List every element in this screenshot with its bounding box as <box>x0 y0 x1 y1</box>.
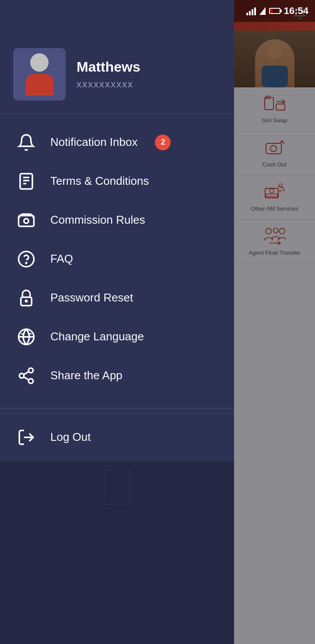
svg-point-27 <box>28 379 33 384</box>
time-display: 16:54 <box>284 5 308 17</box>
profile-section: Matthews xxxxxxxxxx <box>0 22 234 114</box>
menu-item-password-reset[interactable]: Password Reset <box>0 278 234 317</box>
battery-icon <box>269 8 280 14</box>
menu-item-change-language[interactable]: Change Language <box>0 317 234 356</box>
faq-label: FAQ <box>50 252 73 266</box>
logout-section: Log Out <box>0 413 234 461</box>
profile-name: Matthews <box>77 59 221 75</box>
lock-icon <box>15 288 37 308</box>
profile-info: Matthews xxxxxxxxxx <box>77 59 221 90</box>
language-icon <box>15 327 37 346</box>
svg-point-26 <box>19 373 24 378</box>
question-icon <box>15 249 37 269</box>
side-drawer: Matthews xxxxxxxxxx Notification Inbox 2 <box>0 0 234 644</box>
share-icon <box>15 366 37 385</box>
logout-icon <box>15 427 37 447</box>
profile-number: xxxxxxxxxx <box>77 79 221 90</box>
svg-point-18 <box>24 218 29 223</box>
change-language-label: Change Language <box>50 330 144 343</box>
menu-item-notification-inbox[interactable]: Notification Inbox 2 <box>0 123 234 162</box>
avatar <box>13 48 66 100</box>
menu-list: Notification Inbox 2 Terms & Conditions <box>0 114 234 404</box>
notification-badge: 2 <box>155 135 171 150</box>
signal-triangle-icon <box>259 7 266 15</box>
menu-item-logout[interactable]: Log Out <box>0 418 234 457</box>
doc-icon <box>15 171 37 191</box>
share-app-label: Share the App <box>50 369 122 382</box>
svg-point-25 <box>28 368 33 373</box>
svg-line-29 <box>24 371 29 374</box>
avatar-head <box>30 53 49 72</box>
password-reset-label: Password Reset <box>50 291 133 305</box>
logout-label: Log Out <box>50 430 91 444</box>
logout-divider <box>0 408 234 409</box>
bell-icon <box>15 132 37 152</box>
menu-item-faq[interactable]: FAQ <box>0 239 234 278</box>
money-icon <box>15 210 37 230</box>
signal-bars-icon <box>246 7 256 15</box>
svg-rect-17 <box>19 215 34 226</box>
avatar-body <box>25 74 54 96</box>
status-bar-overlay <box>0 0 234 22</box>
menu-item-terms-conditions[interactable]: Terms & Conditions <box>0 162 234 201</box>
terms-conditions-label: Terms & Conditions <box>50 174 149 188</box>
svg-line-28 <box>24 377 29 380</box>
status-bar-right: 16:54 <box>234 0 315 22</box>
menu-item-share-app[interactable]: Share the App <box>0 356 234 395</box>
avatar-person <box>25 53 54 96</box>
svg-point-22 <box>25 300 27 302</box>
menu-item-commission-rules[interactable]: Commission Rules <box>0 201 234 239</box>
bottom-decoration <box>104 470 130 505</box>
notification-inbox-label: Notification Inbox <box>50 135 137 149</box>
commission-rules-label: Commission Rules <box>50 213 145 227</box>
drawer-bottom-empty <box>0 461 234 644</box>
drawer-overlay[interactable] <box>234 0 315 644</box>
